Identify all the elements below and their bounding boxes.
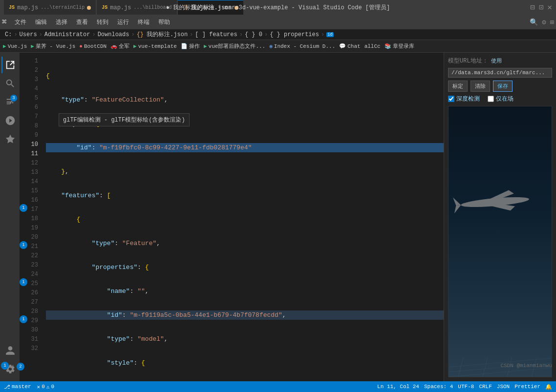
bookmark-vuejs[interactable]: ▶ Vue.js <box>3 43 27 49</box>
boot-icon: ● <box>79 43 83 49</box>
svg-line-8 <box>458 357 463 377</box>
url-input[interactable] <box>448 68 552 78</box>
tab-map-billboard[interactable]: JS map.js ...\billboard <box>97 0 176 15</box>
bc-downloads[interactable]: Downloads <box>98 31 129 38</box>
activity-scm[interactable]: 3 <box>1 94 18 110</box>
bookmark-quanjun[interactable]: 🚗 全军 <box>110 42 129 50</box>
bookmark-login[interactable]: 📚 章登录库 <box>385 42 414 50</box>
maximize-icon[interactable]: ⊡ <box>539 2 544 12</box>
vue-icon-4: ▶ <box>204 43 207 49</box>
bookmark-cj[interactable]: ▶ 菜荠 - Vue.js <box>31 42 75 50</box>
window-title: ● 我的标注.json - mars3d-vue-example - Visua… <box>166 3 390 12</box>
bc-id-icon: id <box>326 32 334 37</box>
ln-16: 16 <box>20 196 44 205</box>
ln-30: 30 <box>20 326 44 335</box>
menu-view[interactable]: 查看 <box>72 16 92 28</box>
ln-17: 17 <box>20 205 44 214</box>
activity-extensions[interactable] <box>1 131 18 147</box>
status-eol[interactable]: CRLF <box>479 384 492 390</box>
bookmarks-bar: ▶ Vue.js ▶ 菜荠 - Vue.js ● BootCDN 🚗 全军 ▶ … <box>0 40 556 53</box>
status-bell[interactable]: 🔔 <box>545 384 552 390</box>
only-in-checkbox[interactable] <box>488 96 494 102</box>
code-line-11: "id": "m-f9119a5c-0ba5-44e1-b679-4b7f078… <box>46 310 444 320</box>
bookmark-ops[interactable]: 📄 操作 <box>181 42 200 50</box>
tab-label-2: map.js <box>110 4 131 11</box>
bell-icon: 🔔 <box>545 384 552 390</box>
status-encoding[interactable]: UTF-8 <box>458 384 474 390</box>
ln-1: 1 <box>20 57 44 66</box>
qingchu-button[interactable]: 清除 <box>470 81 490 92</box>
activity-explorer[interactable] <box>1 57 18 73</box>
bc-json[interactable]: 我的标注.json <box>147 30 188 39</box>
bookmark-vue-static[interactable]: ▶ vue部署后静态文件... <box>204 42 265 50</box>
bookmark-cesium[interactable]: ◉ Index - Cesium D... <box>269 43 335 49</box>
ln-3: 3 <box>20 75 44 84</box>
bookmark-template[interactable]: ▶ vue-template <box>133 43 177 49</box>
bc-features[interactable]: [ ] features <box>195 31 237 38</box>
bookmark-bootcdn[interactable]: ● BootCDN <box>79 43 107 49</box>
activity-accounts[interactable] <box>1 342 18 359</box>
status-branch[interactable]: ⎇ master <box>4 384 31 390</box>
ln-25: 25 <box>20 279 44 289</box>
ln-15: 15 <box>20 186 44 196</box>
baocun-button[interactable]: 保存 <box>493 81 513 92</box>
ln-21: 21 <box>20 242 44 251</box>
menu-select[interactable]: 选择 <box>52 16 71 28</box>
menu-edit[interactable]: 编辑 <box>31 16 51 28</box>
menu-terminal[interactable]: 终端 <box>134 16 153 28</box>
ln-23: 23 <box>20 261 44 270</box>
file-icon: 📄 <box>181 43 188 49</box>
bc-admin[interactable]: Administrator <box>44 31 90 38</box>
breadcrumb-json-icon: {} <box>137 31 144 38</box>
close-icon[interactable]: ✕ <box>547 2 552 12</box>
bc-0[interactable]: { } 0 <box>245 31 262 38</box>
bookmark-allcc[interactable]: allCc <box>364 43 381 49</box>
ln-4: 4 <box>20 84 44 94</box>
ln-10: 10 <box>20 140 44 149</box>
status-right: Ln 11, Col 24 Spaces: 4 UTF-8 CRLF JSON … <box>377 384 552 390</box>
ln-7: 7 <box>20 112 44 122</box>
status-errors[interactable]: ✕ 0 ⚠ 0 <box>37 384 54 390</box>
panel-close-btn[interactable]: ✕ <box>10 362 14 371</box>
menu-goto[interactable]: 转到 <box>93 16 112 28</box>
tab-modified-dot <box>87 6 91 10</box>
activity-debug[interactable] <box>1 112 18 129</box>
status-spaces[interactable]: Spaces: 4 <box>424 384 453 390</box>
menu-file[interactable]: 文件 <box>11 16 30 28</box>
search-bar-icon[interactable]: 🔍 <box>530 18 538 26</box>
bc-c[interactable]: C: <box>5 31 12 38</box>
bc-properties[interactable]: { } properties <box>270 31 319 38</box>
cesium-icon: ◉ <box>269 43 273 49</box>
deep-search-checkbox[interactable] <box>448 96 454 102</box>
status-language[interactable]: JSON <box>497 384 510 390</box>
biaoding-button[interactable]: 标定 <box>448 81 468 92</box>
warning-icon: ⚠ <box>46 384 50 390</box>
ln-19: 19 <box>20 224 44 233</box>
ln-12: 12 <box>20 159 44 168</box>
tab-label: map.js <box>17 4 38 11</box>
menu-help[interactable]: 帮助 <box>154 16 174 28</box>
code-editor[interactable]: 1 2 3 4 5 6 7 8 9 10 11 12 13 14 15 16 1… <box>20 53 444 381</box>
activity-search[interactable] <box>1 75 18 92</box>
minimize-icon[interactable]: ⊟ <box>530 2 535 12</box>
line-numbers: 1 2 3 4 5 6 7 8 9 10 11 12 13 14 15 16 1… <box>20 53 44 381</box>
activity-bar: 3 <box>0 53 20 381</box>
deep-search-label: 深度检测 <box>456 95 480 103</box>
bc-id[interactable]: id <box>326 32 334 37</box>
ln-13: 13 <box>20 168 44 177</box>
tab-map-terrain[interactable]: JS map.js ...\terrainClip <box>4 0 96 15</box>
status-formatter[interactable]: Prettier <box>514 384 540 390</box>
bc-users[interactable]: Users <box>20 31 37 38</box>
menu-run[interactable]: 运行 <box>113 16 133 28</box>
code-content[interactable]: { "type": "FeatureCollection", "layer": … <box>44 53 444 381</box>
layout-icon[interactable]: ⊞ <box>550 18 554 26</box>
code-line-13: "style": { <box>46 358 444 368</box>
ln-27: 27 <box>20 298 44 307</box>
ln-11: 11 <box>20 149 44 159</box>
filter-icon[interactable]: ⚙ <box>542 18 546 26</box>
car-icon: 🚗 <box>110 43 117 49</box>
bookmark-chat[interactable]: 💬 Chat <box>339 43 360 49</box>
status-ln-col[interactable]: Ln 11, Col 24 <box>377 384 419 390</box>
vue-icon-3: ▶ <box>133 43 137 49</box>
only-in-label: 仅在场 <box>496 95 513 103</box>
